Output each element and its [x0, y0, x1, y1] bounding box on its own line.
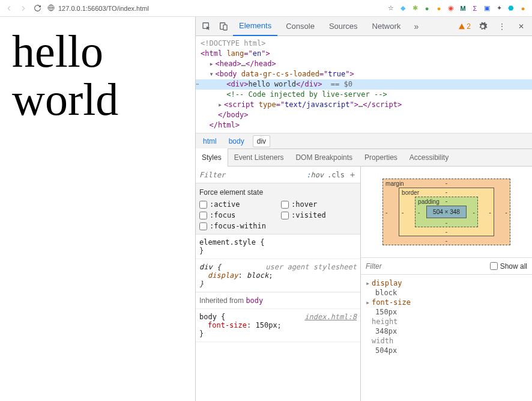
ext-icon-9[interactable]: ⬣	[507, 4, 515, 13]
tab-elements[interactable]: Elements	[233, 17, 277, 36]
close-devtools-icon[interactable]: ✕	[514, 19, 528, 34]
ext-icon-10[interactable]: ●	[519, 4, 527, 13]
browser-toolbar: 127.0.0.1:56603/TO/index.html ☆ ◆ ✱ ● ● …	[0, 0, 532, 17]
tab-network[interactable]: Network	[366, 17, 407, 36]
pseudo-focus-within[interactable]: :focus-within	[199, 222, 275, 230]
back-button[interactable]	[5, 4, 13, 13]
forward-button[interactable]	[19, 4, 28, 13]
pseudo-focus[interactable]: :focus	[199, 211, 275, 219]
more-tabs-icon[interactable]: »	[409, 19, 423, 34]
warnings-badge[interactable]: 2	[458, 22, 471, 31]
computed-properties[interactable]: ▸display block ▸font-size 150px height 3…	[361, 275, 532, 401]
inherited-from-label: Inherited from body	[196, 292, 360, 309]
dom-selected-node[interactable]: <div>hello world</div> == $0	[196, 79, 532, 90]
subtab-accessibility[interactable]: Accessibility	[404, 148, 455, 167]
subtab-styles[interactable]: Styles	[196, 148, 228, 167]
force-state-title: Force element state	[199, 188, 357, 197]
extensions-icon[interactable]: ✦	[495, 4, 503, 13]
ext-icon-1[interactable]: ◆	[399, 4, 407, 13]
crumb-div[interactable]: div	[253, 135, 270, 147]
subtab-dom-breakpoints[interactable]: DOM Breakpoints	[289, 148, 358, 167]
settings-icon[interactable]	[476, 19, 490, 34]
body-style-block[interactable]: index.html:8 body { font-size: 150px; }	[196, 309, 360, 342]
crumb-body[interactable]: body	[225, 136, 248, 147]
ext-icon-7[interactable]: Σ	[471, 4, 479, 13]
box-model-diagram[interactable]: margin ---- border ---- padding ---- 504…	[361, 167, 532, 258]
element-style-block[interactable]: element.style { }	[196, 234, 360, 259]
inspect-icon[interactable]	[199, 19, 214, 34]
address-bar[interactable]: 127.0.0.1:56603/TO/index.html	[47, 4, 186, 13]
url-text: 127.0.0.1:56603/TO/index.html	[58, 5, 149, 12]
svg-rect-4	[223, 25, 227, 30]
pseudo-hover[interactable]: :hover	[281, 200, 357, 209]
ext-icon-8[interactable]: ▣	[483, 4, 491, 13]
ext-icon-3[interactable]: ●	[423, 4, 431, 13]
pseudo-active[interactable]: :active	[199, 200, 275, 209]
styles-filter-input[interactable]	[199, 171, 306, 179]
show-all-checkbox[interactable]: Show all	[490, 262, 527, 271]
computed-filter-input[interactable]	[366, 262, 485, 271]
star-icon[interactable]: ☆	[387, 4, 395, 13]
devtools-tabbar: Elements Console Sources Network » 2 ⋮ ✕	[196, 17, 532, 36]
new-style-rule-icon[interactable]: ＋	[348, 170, 357, 180]
styles-panel: ::hovhov .cls ＋ Force element state :act…	[196, 167, 361, 401]
crumb-html[interactable]: html	[199, 136, 220, 147]
extension-icons: ☆ ◆ ✱ ● ● ◉ M Σ ▣ ✦ ⬣ ●	[387, 4, 527, 13]
dom-tree[interactable]: <!DOCTYPE html> <html lang="en"> ▸<head>…	[196, 36, 532, 133]
kebab-menu-icon[interactable]: ⋮	[495, 19, 509, 34]
ext-icon-6[interactable]: M	[459, 4, 467, 13]
source-link[interactable]: index.html:8	[304, 313, 357, 321]
styles-subtabs: Styles Event Listeners DOM Breakpoints P…	[196, 148, 532, 167]
subtab-event-listeners[interactable]: Event Listeners	[228, 148, 290, 167]
devtools-panel: Elements Console Sources Network » 2 ⋮ ✕…	[195, 17, 532, 401]
subtab-properties[interactable]: Properties	[358, 148, 404, 167]
cls-toggle[interactable]: .cls	[327, 171, 345, 179]
ext-icon-2[interactable]: ✱	[411, 4, 419, 13]
page-content-text: hello world	[12, 28, 183, 124]
force-state-section: Force element state :active :hover :focu…	[196, 183, 360, 234]
tab-console[interactable]: Console	[280, 17, 321, 36]
site-info-icon[interactable]	[47, 4, 55, 13]
tab-sources[interactable]: Sources	[323, 17, 364, 36]
breadcrumb: html body div	[196, 133, 532, 148]
div-ua-style-block[interactable]: user agent stylesheet div { display: blo…	[196, 259, 360, 292]
device-toggle-icon[interactable]	[216, 19, 231, 34]
rendered-page: hello world	[0, 17, 195, 401]
pseudo-visited[interactable]: :visited	[281, 211, 357, 219]
hov-toggle[interactable]: ::hovhov	[306, 171, 324, 179]
reload-button[interactable]	[34, 4, 41, 12]
ext-icon-4[interactable]: ●	[435, 4, 443, 13]
ext-icon-5[interactable]: ◉	[447, 4, 455, 13]
box-model-content-size: 504 × 348	[426, 206, 467, 218]
browser-window: 127.0.0.1:56603/TO/index.html ☆ ◆ ✱ ● ● …	[0, 0, 532, 401]
